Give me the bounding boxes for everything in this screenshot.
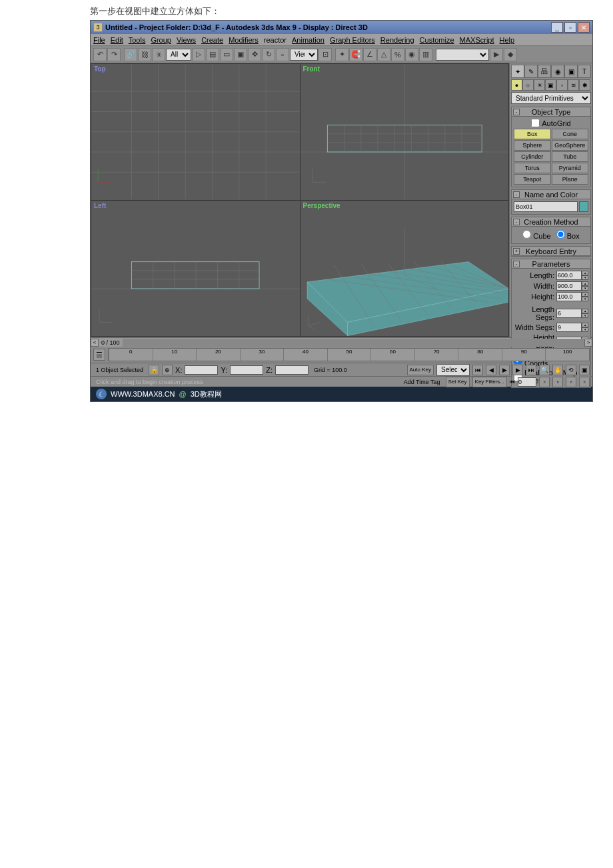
category-select[interactable]: Standard Primitives	[511, 92, 591, 104]
display-tab[interactable]: ▣	[564, 65, 578, 78]
render-scene-button[interactable]: ◆	[504, 48, 517, 61]
goto-start-button[interactable]: ⏮	[472, 365, 483, 375]
selection-filter[interactable]: All	[166, 49, 191, 61]
mirror-button[interactable]: ▥	[419, 48, 432, 61]
menu-views[interactable]: Views	[177, 36, 196, 44]
menu-maxscript[interactable]: MAXScript	[460, 36, 494, 44]
collapse-icon[interactable]: -	[513, 219, 520, 225]
box-radio[interactable]: Box	[556, 230, 580, 240]
nav-4-button[interactable]: ▫	[579, 377, 590, 387]
menu-grapheditors[interactable]: Graph Editors	[330, 36, 375, 44]
geometry-subtab[interactable]: ●	[511, 79, 522, 91]
timeline-config-button[interactable]: ☰	[93, 349, 105, 361]
color-swatch[interactable]	[579, 201, 588, 212]
wsegs-spinner[interactable]: ▴▾	[582, 323, 588, 332]
bind-button[interactable]: ⚹	[152, 48, 165, 61]
shapes-subtab[interactable]: ○	[522, 79, 534, 91]
systems-subtab[interactable]: ✱	[579, 79, 590, 91]
utilities-tab[interactable]: T	[578, 65, 591, 78]
create-tab[interactable]: ✦	[511, 65, 524, 78]
height-input[interactable]	[556, 292, 582, 301]
angle-snap-button[interactable]: ∠	[363, 48, 376, 61]
percent-snap-button[interactable]: △	[377, 48, 390, 61]
modify-tab[interactable]: ✎	[524, 65, 538, 78]
menu-help[interactable]: Help	[500, 36, 515, 44]
expand-icon[interactable]: +	[513, 248, 520, 255]
add-time-tag[interactable]: Add Time Tag	[401, 379, 443, 385]
scroll-track[interactable]	[123, 339, 584, 347]
coord-mode-button[interactable]: ⊕	[162, 365, 173, 375]
length-spinner[interactable]: ▴▾	[582, 271, 588, 280]
menu-group[interactable]: Group	[151, 36, 171, 44]
nav-1-button[interactable]: ▫	[539, 377, 550, 387]
select-name-button[interactable]: ▤	[206, 48, 219, 61]
hierarchy-tab[interactable]: 品	[538, 65, 551, 78]
link-button[interactable]: 🔗	[124, 48, 137, 61]
spinner-snap-button[interactable]: %	[391, 48, 404, 61]
collapse-icon[interactable]: -	[513, 191, 520, 198]
menu-rendering[interactable]: Rendering	[380, 36, 414, 44]
play-button[interactable]: ▶	[499, 365, 510, 375]
current-frame-input[interactable]	[518, 377, 536, 387]
move-button[interactable]: ✥	[248, 48, 261, 61]
x-coord-input[interactable]	[185, 365, 218, 375]
sphere-button[interactable]: Sphere	[514, 140, 551, 151]
maximize-viewport-button[interactable]: ▣	[579, 365, 590, 375]
menu-create[interactable]: Create	[201, 36, 223, 44]
height-spinner[interactable]: ▴▾	[582, 292, 588, 301]
setkey-button[interactable]: Set Key	[446, 377, 470, 387]
manipulate-button[interactable]: ✦	[335, 48, 348, 61]
box-button[interactable]: Box	[514, 129, 551, 139]
torus-button[interactable]: Torus	[514, 163, 551, 173]
pivot-button[interactable]: ⊡	[318, 48, 332, 61]
geosphere-button[interactable]: GeoSphere	[552, 140, 589, 151]
key-mode-select[interactable]: Selected	[436, 364, 470, 376]
menu-reactor[interactable]: reactor	[264, 36, 287, 44]
zoom-button[interactable]: 🔍	[539, 365, 550, 375]
autokey-button[interactable]: Auto Key	[407, 365, 434, 375]
pan-button[interactable]: ✋	[552, 365, 563, 375]
cameras-subtab[interactable]: ▣	[545, 79, 556, 91]
viewport-left[interactable]: Left	[91, 201, 300, 337]
next-frame-button[interactable]: ▶	[512, 365, 523, 375]
goto-end-button[interactable]: ⏭	[526, 365, 536, 375]
cone-button[interactable]: Cone	[552, 129, 589, 139]
cube-radio[interactable]: Cube	[522, 230, 550, 240]
scroll-right-button[interactable]: >	[584, 339, 592, 347]
lsegs-input[interactable]	[556, 309, 582, 318]
spacewarps-subtab[interactable]: ≋	[568, 79, 579, 91]
rotate-button[interactable]: ↻	[262, 48, 275, 61]
lights-subtab[interactable]: ☀	[534, 79, 545, 91]
pyramid-button[interactable]: Pyramid	[552, 163, 589, 173]
collapse-icon[interactable]: -	[513, 109, 520, 115]
tube-button[interactable]: Tube	[552, 151, 589, 162]
close-button[interactable]: ✕	[578, 22, 590, 33]
autogrid-checkbox[interactable]	[531, 119, 540, 127]
time-ruler[interactable]: 0102030405060708090100	[108, 348, 590, 361]
undo-button[interactable]: ↶	[93, 48, 107, 61]
coord-display[interactable]	[436, 49, 489, 61]
scroll-left-button[interactable]: <	[91, 339, 99, 347]
redo-button[interactable]: ↷	[107, 48, 121, 61]
plane-button[interactable]: Plane	[552, 174, 589, 185]
y-coord-input[interactable]	[230, 365, 263, 375]
viewport-top[interactable]: Top	[91, 64, 300, 200]
object-name-input[interactable]	[514, 201, 578, 212]
prev-frame-button[interactable]: ◀	[486, 365, 496, 375]
teapot-button[interactable]: Teapot	[514, 174, 551, 185]
menu-tools[interactable]: Tools	[129, 36, 146, 44]
restore-button[interactable]: ▫	[564, 22, 576, 33]
nav-3-button[interactable]: ▫	[566, 377, 576, 387]
material-editor-button[interactable]: ▶	[490, 48, 503, 61]
unlink-button[interactable]: ⛓	[138, 48, 151, 61]
viewport-front[interactable]: Front	[301, 64, 509, 200]
keyfilters-button[interactable]: Key Filters...	[472, 377, 507, 387]
viewport-perspective[interactable]: Perspective	[301, 201, 509, 337]
menu-customize[interactable]: Customize	[420, 36, 454, 44]
width-input[interactable]	[556, 281, 582, 291]
wsegs-input[interactable]	[556, 323, 582, 332]
menu-modifiers[interactable]: Modifiers	[229, 36, 259, 44]
arc-rotate-button[interactable]: ⟲	[566, 365, 576, 375]
width-spinner[interactable]: ▴▾	[582, 281, 588, 291]
rect-select-button[interactable]: ▭	[220, 48, 233, 61]
